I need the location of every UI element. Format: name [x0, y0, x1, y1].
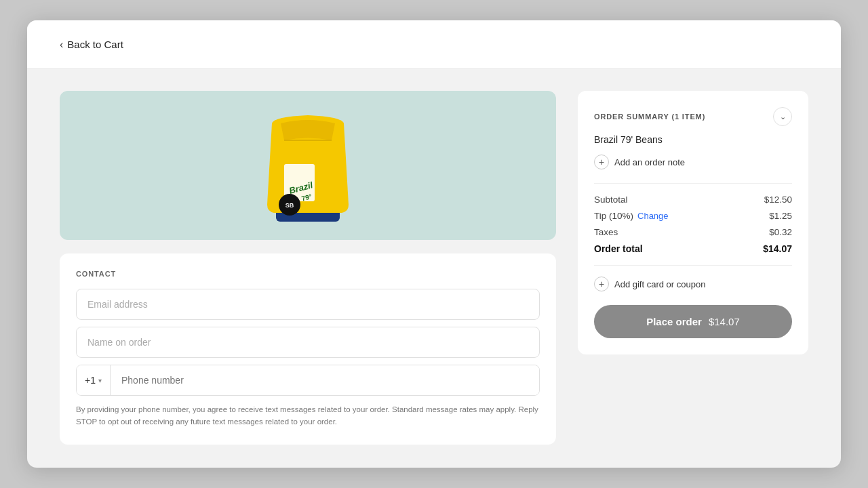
plus-icon: +: [594, 155, 609, 169]
place-order-price: $14.07: [709, 316, 740, 327]
toggle-summary-button[interactable]: ⌄: [773, 107, 792, 126]
sms-disclaimer: By providing your phone number, you agre…: [76, 404, 540, 428]
order-total-value: $14.07: [763, 243, 792, 254]
divider-2: [594, 265, 792, 266]
order-total-row: Order total $14.07: [594, 243, 792, 254]
summary-title: ORDER SUMMARY (1 ITEM): [594, 113, 705, 121]
phone-input[interactable]: [111, 365, 539, 395]
product-name: Brazil 79' Beans: [594, 134, 792, 145]
subtotal-row: Subtotal $12.50: [594, 195, 792, 205]
back-to-cart-label: Back to Cart: [67, 39, 123, 50]
back-to-cart-button[interactable]: ‹ Back to Cart: [60, 39, 123, 51]
tip-value: $1.25: [769, 211, 792, 221]
plus-gift-icon: +: [594, 277, 609, 291]
contact-card: CONTACT +1 ▾ By providing your phone num…: [60, 253, 556, 445]
country-code-value: +1: [85, 375, 96, 386]
order-summary-card: ORDER SUMMARY (1 ITEM) ⌄ Brazil 79' Bean…: [578, 91, 808, 354]
right-column: ORDER SUMMARY (1 ITEM) ⌄ Brazil 79' Bean…: [578, 91, 808, 446]
left-column: Brazil 79° SB CONTACT +1 ▾: [60, 91, 556, 446]
main-content: Brazil 79° SB CONTACT +1 ▾: [27, 69, 841, 468]
svg-text:SB: SB: [285, 202, 294, 209]
subtotal-value: $12.50: [764, 195, 792, 205]
summary-header: ORDER SUMMARY (1 ITEM) ⌄: [594, 107, 792, 126]
country-code-selector[interactable]: +1 ▾: [77, 365, 111, 395]
taxes-value: $0.32: [769, 227, 792, 237]
header: ‹ Back to Cart: [27, 20, 841, 69]
place-order-button[interactable]: Place order $14.07: [594, 305, 792, 338]
app-window: ‹ Back to Cart Brazil: [27, 20, 841, 468]
change-tip-button[interactable]: Change: [637, 211, 669, 221]
product-image: Brazil 79° SB: [264, 103, 352, 228]
chevron-down-icon: ▾: [98, 377, 102, 384]
place-order-label: Place order: [646, 316, 702, 327]
tip-row: Tip (10%) Change $1.25: [594, 211, 792, 221]
product-image-card: Brazil 79° SB: [60, 91, 556, 240]
taxes-row: Taxes $0.32: [594, 227, 792, 237]
add-note-button[interactable]: + Add an order note: [594, 155, 792, 169]
tip-label: Tip (10%): [594, 211, 633, 221]
tip-label-group: Tip (10%) Change: [594, 211, 669, 221]
subtotal-label: Subtotal: [594, 195, 628, 205]
divider-1: [594, 183, 792, 184]
chevron-left-icon: ‹: [60, 39, 63, 51]
order-total-label: Order total: [594, 243, 643, 254]
gift-card-button[interactable]: + Add gift card or coupon: [594, 277, 792, 291]
gift-card-label: Add gift card or coupon: [614, 279, 705, 289]
email-input[interactable]: [76, 289, 540, 320]
name-input[interactable]: [76, 327, 540, 358]
taxes-label: Taxes: [594, 227, 618, 237]
phone-row: +1 ▾: [76, 365, 540, 396]
contact-section-label: CONTACT: [76, 270, 540, 278]
add-note-label: Add an order note: [614, 157, 685, 167]
